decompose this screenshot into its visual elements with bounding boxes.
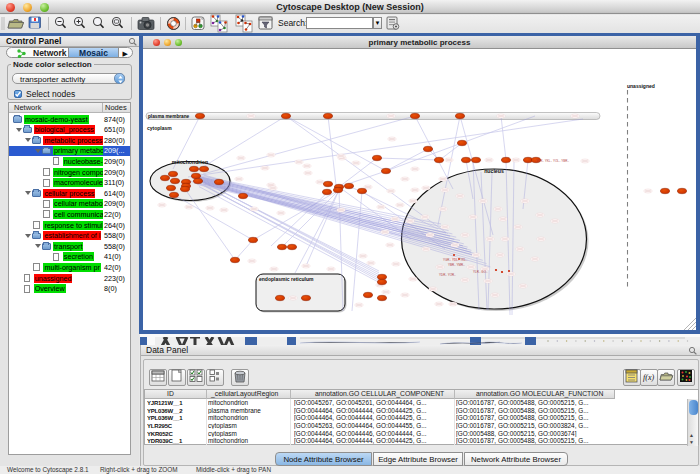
svg-text:YLR.. GO..: YLR.. GO.. (473, 270, 488, 274)
svg-text:plasma membrane: plasma membrane (148, 114, 190, 119)
svg-text:YDR.. YKL.. YOL.. YBR..: YDR.. YKL.. YOL.. YBR.. (536, 159, 569, 163)
svg-text:YBR.. YMR..: YBR.. YMR.. (448, 263, 465, 267)
svg-text:nucleus: nucleus (484, 168, 504, 174)
svg-text:endoplasmic reticulum: endoplasmic reticulum (259, 276, 314, 282)
svg-text:unassigned: unassigned (627, 83, 655, 89)
svg-text:YGR.. YDL.. YKL..: YGR.. YDL.. YKL.. (443, 258, 468, 262)
svg-text:YDR.. YOR..: YDR.. YOR.. (439, 273, 456, 277)
svg-text:cytoplasm: cytoplasm (147, 125, 172, 131)
svg-text:f(x): f(x) (643, 373, 654, 382)
svg-text:mitochondrion: mitochondrion (172, 159, 208, 165)
